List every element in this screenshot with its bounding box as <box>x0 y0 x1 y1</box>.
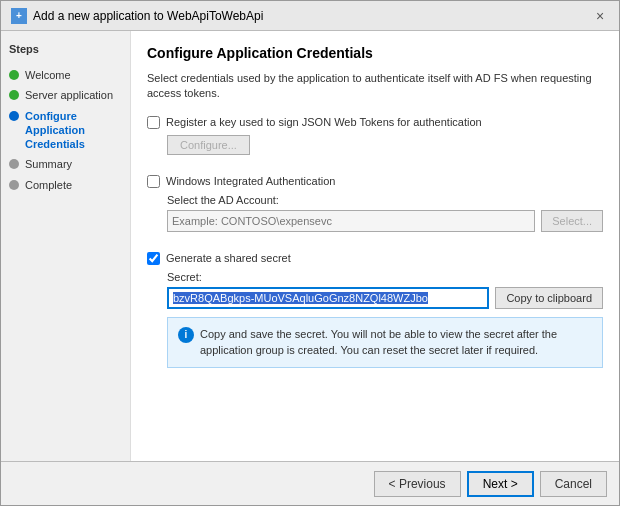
shared-secret-label: Generate a shared secret <box>166 252 291 264</box>
json-token-checkbox-row: Register a key used to sign JSON Web Tok… <box>147 116 603 129</box>
step-dot-server-application <box>9 90 19 100</box>
sidebar-item-summary[interactable]: Summary <box>9 154 122 174</box>
shared-secret-checkbox[interactable] <box>147 252 160 265</box>
ad-account-label: Select the AD Account: <box>167 194 603 206</box>
main-panel: Configure Application Credentials Select… <box>131 31 619 461</box>
step-label-welcome: Welcome <box>25 68 71 82</box>
close-button[interactable]: × <box>591 7 609 25</box>
step-dot-welcome <box>9 70 19 80</box>
sidebar-item-configure-credentials[interactable]: Configure Application Credentials <box>9 106 122 155</box>
cancel-button[interactable]: Cancel <box>540 471 607 497</box>
title-bar: + Add a new application to WebApiToWebAp… <box>1 1 619 31</box>
windows-auth-label: Windows Integrated Authentication <box>166 175 335 187</box>
description-text: Select credentials used by the applicati… <box>147 71 603 102</box>
secret-row: Copy to clipboard <box>167 287 603 309</box>
windows-auth-checkbox[interactable] <box>147 175 160 188</box>
title-bar-left: + Add a new application to WebApiToWebAp… <box>11 8 263 24</box>
step-label-configure-credentials: Configure Application Credentials <box>25 109 122 152</box>
ad-account-row: Select... <box>167 210 603 232</box>
steps-title: Steps <box>9 43 122 55</box>
step-label-complete: Complete <box>25 178 72 192</box>
page-title: Configure Application Credentials <box>147 45 603 61</box>
sidebar-item-welcome[interactable]: Welcome <box>9 65 122 85</box>
step-dot-complete <box>9 180 19 190</box>
step-dot-summary <box>9 159 19 169</box>
step-dot-configure-credentials <box>9 111 19 121</box>
windows-auth-checkbox-row: Windows Integrated Authentication <box>147 175 603 188</box>
step-label-summary: Summary <box>25 157 72 171</box>
info-icon: i <box>178 327 194 343</box>
configure-button[interactable]: Configure... <box>167 135 250 155</box>
dialog-icon: + <box>11 8 27 24</box>
windows-auth-section: Windows Integrated Authentication Select… <box>147 175 603 240</box>
shared-secret-section: Generate a shared secret Secret: Copy to… <box>147 252 603 368</box>
copy-to-clipboard-button[interactable]: Copy to clipboard <box>495 287 603 309</box>
content-area: Steps Welcome Server application Configu… <box>1 31 619 461</box>
dialog-window: + Add a new application to WebApiToWebAp… <box>0 0 620 506</box>
secret-input[interactable] <box>167 287 489 309</box>
json-token-label: Register a key used to sign JSON Web Tok… <box>166 116 482 128</box>
json-token-section: Register a key used to sign JSON Web Tok… <box>147 116 603 163</box>
step-label-server-application: Server application <box>25 88 113 102</box>
json-token-checkbox[interactable] <box>147 116 160 129</box>
info-box: i Copy and save the secret. You will not… <box>167 317 603 368</box>
select-button[interactable]: Select... <box>541 210 603 232</box>
sidebar-item-complete[interactable]: Complete <box>9 175 122 195</box>
ad-account-input[interactable] <box>167 210 535 232</box>
next-button[interactable]: Next > <box>467 471 534 497</box>
previous-button[interactable]: < Previous <box>374 471 461 497</box>
secret-label: Secret: <box>167 271 603 283</box>
title-bar-text: Add a new application to WebApiToWebApi <box>33 9 263 23</box>
info-text: Copy and save the secret. You will not b… <box>200 326 592 359</box>
shared-secret-checkbox-row: Generate a shared secret <box>147 252 603 265</box>
sidebar-item-server-application[interactable]: Server application <box>9 85 122 105</box>
footer: < Previous Next > Cancel <box>1 461 619 505</box>
sidebar: Steps Welcome Server application Configu… <box>1 31 131 461</box>
